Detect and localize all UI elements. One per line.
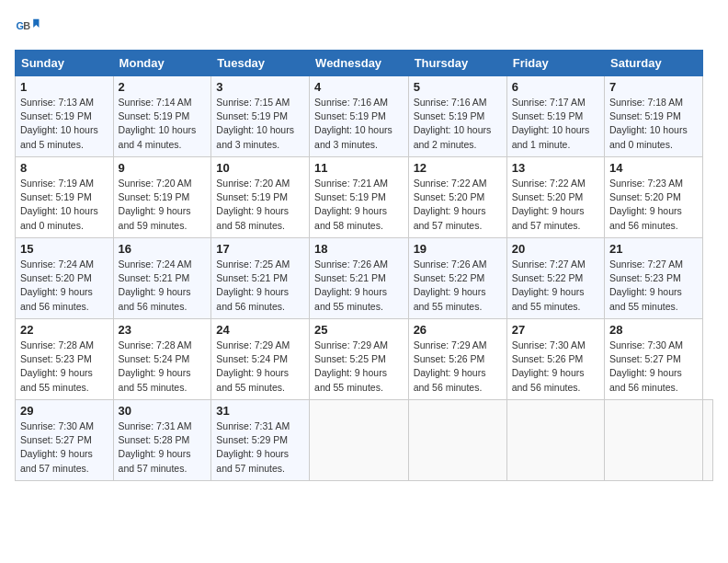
- calendar-table: SundayMondayTuesdayWednesdayThursdayFrid…: [15, 50, 713, 481]
- day-number: 6: [512, 80, 599, 94]
- day-number: 16: [119, 242, 207, 256]
- day-number: 30: [119, 404, 207, 418]
- svg-marker-2: [33, 19, 39, 28]
- calendar-cell: [310, 400, 409, 481]
- day-number: 22: [20, 323, 108, 337]
- day-info: Sunrise: 7:16 AMSunset: 5:19 PMDaylight:…: [414, 96, 502, 152]
- day-info: Sunrise: 7:26 AMSunset: 5:22 PMDaylight:…: [414, 258, 502, 314]
- day-number: 20: [512, 242, 599, 256]
- logo-icon: G B: [15, 15, 40, 40]
- calendar-cell: 14Sunrise: 7:23 AMSunset: 5:20 PMDayligh…: [605, 157, 703, 238]
- calendar-cell: [506, 400, 604, 481]
- day-number: 1: [20, 80, 108, 94]
- day-number: 3: [216, 80, 304, 94]
- weekday-header-sunday: Sunday: [16, 51, 114, 76]
- svg-text:B: B: [23, 20, 30, 31]
- day-number: 8: [20, 161, 108, 175]
- calendar-week-5: 29Sunrise: 7:30 AMSunset: 5:27 PMDayligh…: [16, 400, 713, 481]
- weekday-header-thursday: Thursday: [408, 51, 506, 76]
- day-info: Sunrise: 7:27 AMSunset: 5:23 PMDaylight:…: [609, 258, 698, 314]
- day-info: Sunrise: 7:28 AMSunset: 5:23 PMDaylight:…: [20, 339, 108, 395]
- day-info: Sunrise: 7:29 AMSunset: 5:24 PMDaylight:…: [216, 339, 304, 395]
- day-number: 17: [216, 242, 304, 256]
- weekday-header-wednesday: Wednesday: [310, 51, 409, 76]
- day-number: 27: [512, 323, 599, 337]
- day-number: 21: [609, 242, 698, 256]
- day-info: Sunrise: 7:20 AMSunset: 5:19 PMDaylight:…: [119, 177, 207, 233]
- calendar-cell: 7Sunrise: 7:18 AMSunset: 5:19 PMDaylight…: [605, 76, 703, 157]
- day-number: 10: [216, 161, 304, 175]
- calendar-cell: 19Sunrise: 7:26 AMSunset: 5:22 PMDayligh…: [408, 238, 506, 319]
- calendar-cell: [702, 400, 712, 481]
- day-info: Sunrise: 7:22 AMSunset: 5:20 PMDaylight:…: [512, 177, 599, 233]
- calendar-cell: 24Sunrise: 7:29 AMSunset: 5:24 PMDayligh…: [211, 319, 310, 400]
- day-info: Sunrise: 7:30 AMSunset: 5:27 PMDaylight:…: [20, 419, 108, 476]
- day-number: 9: [119, 161, 207, 175]
- day-number: 14: [609, 161, 698, 175]
- calendar-cell: 5Sunrise: 7:16 AMSunset: 5:19 PMDaylight…: [408, 76, 506, 157]
- day-number: 25: [314, 323, 404, 337]
- day-info: Sunrise: 7:31 AMSunset: 5:29 PMDaylight:…: [216, 419, 304, 476]
- day-number: 15: [20, 242, 108, 256]
- day-number: 11: [314, 161, 404, 175]
- logo: G B: [15, 15, 44, 40]
- day-info: Sunrise: 7:30 AMSunset: 5:26 PMDaylight:…: [512, 339, 599, 395]
- calendar-cell: 10Sunrise: 7:20 AMSunset: 5:19 PMDayligh…: [211, 157, 310, 238]
- day-number: 31: [216, 404, 304, 418]
- calendar-cell: 23Sunrise: 7:28 AMSunset: 5:24 PMDayligh…: [113, 319, 211, 400]
- calendar-cell: 2Sunrise: 7:14 AMSunset: 5:19 PMDaylight…: [113, 76, 211, 157]
- calendar-cell: 6Sunrise: 7:17 AMSunset: 5:19 PMDaylight…: [506, 76, 604, 157]
- day-info: Sunrise: 7:13 AMSunset: 5:19 PMDaylight:…: [20, 96, 108, 152]
- weekday-header-friday: Friday: [506, 51, 604, 76]
- calendar-cell: 8Sunrise: 7:19 AMSunset: 5:19 PMDaylight…: [16, 157, 114, 238]
- weekday-header-monday: Monday: [113, 51, 211, 76]
- weekday-header-tuesday: Tuesday: [211, 51, 310, 76]
- day-info: Sunrise: 7:14 AMSunset: 5:19 PMDaylight:…: [119, 96, 207, 152]
- day-number: 18: [314, 242, 404, 256]
- day-number: 26: [414, 323, 502, 337]
- calendar-cell: 18Sunrise: 7:26 AMSunset: 5:21 PMDayligh…: [310, 238, 409, 319]
- day-info: Sunrise: 7:17 AMSunset: 5:19 PMDaylight:…: [512, 96, 599, 152]
- calendar-cell: 29Sunrise: 7:30 AMSunset: 5:27 PMDayligh…: [16, 400, 114, 481]
- calendar-cell: 25Sunrise: 7:29 AMSunset: 5:25 PMDayligh…: [310, 319, 409, 400]
- calendar-week-1: 1Sunrise: 7:13 AMSunset: 5:19 PMDaylight…: [16, 76, 713, 157]
- calendar-cell: 4Sunrise: 7:16 AMSunset: 5:19 PMDaylight…: [310, 76, 409, 157]
- calendar-cell: 11Sunrise: 7:21 AMSunset: 5:19 PMDayligh…: [310, 157, 409, 238]
- day-number: 19: [414, 242, 502, 256]
- weekday-header-row: SundayMondayTuesdayWednesdayThursdayFrid…: [16, 51, 713, 76]
- day-number: 29: [20, 404, 108, 418]
- calendar-week-3: 15Sunrise: 7:24 AMSunset: 5:20 PMDayligh…: [16, 238, 713, 319]
- day-info: Sunrise: 7:31 AMSunset: 5:28 PMDaylight:…: [119, 419, 207, 476]
- day-info: Sunrise: 7:28 AMSunset: 5:24 PMDaylight:…: [119, 339, 207, 395]
- calendar-cell: 1Sunrise: 7:13 AMSunset: 5:19 PMDaylight…: [16, 76, 114, 157]
- calendar-cell: 21Sunrise: 7:27 AMSunset: 5:23 PMDayligh…: [605, 238, 703, 319]
- day-number: 2: [119, 80, 207, 94]
- header: G B: [15, 15, 713, 40]
- day-number: 13: [512, 161, 599, 175]
- day-number: 5: [414, 80, 502, 94]
- day-info: Sunrise: 7:26 AMSunset: 5:21 PMDaylight:…: [314, 258, 404, 314]
- calendar-cell: 28Sunrise: 7:30 AMSunset: 5:27 PMDayligh…: [605, 319, 703, 400]
- day-info: Sunrise: 7:20 AMSunset: 5:19 PMDaylight:…: [216, 177, 304, 233]
- calendar-cell: 27Sunrise: 7:30 AMSunset: 5:26 PMDayligh…: [506, 319, 604, 400]
- day-number: 28: [609, 323, 698, 337]
- day-info: Sunrise: 7:29 AMSunset: 5:25 PMDaylight:…: [314, 339, 404, 395]
- calendar-cell: [605, 400, 703, 481]
- calendar-cell: 31Sunrise: 7:31 AMSunset: 5:29 PMDayligh…: [211, 400, 310, 481]
- calendar-week-2: 8Sunrise: 7:19 AMSunset: 5:19 PMDaylight…: [16, 157, 713, 238]
- calendar-cell: 22Sunrise: 7:28 AMSunset: 5:23 PMDayligh…: [16, 319, 114, 400]
- day-info: Sunrise: 7:27 AMSunset: 5:22 PMDaylight:…: [512, 258, 599, 314]
- day-info: Sunrise: 7:19 AMSunset: 5:19 PMDaylight:…: [20, 177, 108, 233]
- day-number: 23: [119, 323, 207, 337]
- calendar-cell: 30Sunrise: 7:31 AMSunset: 5:28 PMDayligh…: [113, 400, 211, 481]
- day-number: 12: [414, 161, 502, 175]
- weekday-header-saturday: Saturday: [605, 51, 703, 76]
- calendar-week-4: 22Sunrise: 7:28 AMSunset: 5:23 PMDayligh…: [16, 319, 713, 400]
- calendar-cell: 26Sunrise: 7:29 AMSunset: 5:26 PMDayligh…: [408, 319, 506, 400]
- day-info: Sunrise: 7:22 AMSunset: 5:20 PMDaylight:…: [414, 177, 502, 233]
- day-info: Sunrise: 7:30 AMSunset: 5:27 PMDaylight:…: [609, 339, 698, 395]
- calendar-cell: 15Sunrise: 7:24 AMSunset: 5:20 PMDayligh…: [16, 238, 114, 319]
- day-info: Sunrise: 7:21 AMSunset: 5:19 PMDaylight:…: [314, 177, 404, 233]
- day-number: 7: [609, 80, 698, 94]
- calendar-cell: 20Sunrise: 7:27 AMSunset: 5:22 PMDayligh…: [506, 238, 604, 319]
